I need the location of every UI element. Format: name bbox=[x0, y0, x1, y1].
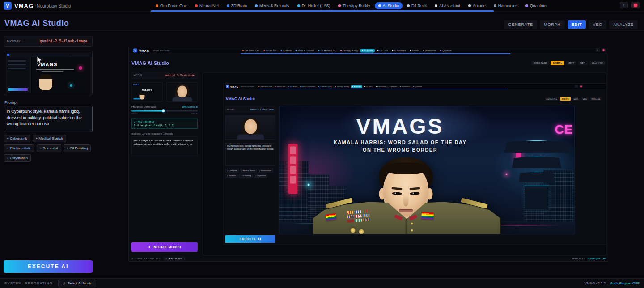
style-chip[interactable]: + Claymation bbox=[4, 154, 31, 162]
record-icon bbox=[634, 4, 637, 7]
l1-slider-fill bbox=[131, 110, 163, 112]
mode-tab[interactable]: VEO bbox=[589, 20, 606, 29]
l2-nav-item-label: Arcade bbox=[391, 85, 397, 88]
l2-nav-item-icon bbox=[390, 86, 390, 87]
l1-slider-ends: SRC A SRC B bbox=[131, 113, 198, 115]
l1-nav-item-label: Arcade bbox=[412, 49, 419, 52]
style-chip[interactable]: + Photorealistic bbox=[4, 144, 34, 152]
l1-nav-right-controls: ↑ bbox=[596, 48, 606, 52]
nav-item[interactable]: Meds & Refunds bbox=[251, 2, 293, 9]
source-image-panel[interactable]: VMAGS bbox=[4, 51, 93, 95]
style-chip-label: + Oil Painting bbox=[67, 146, 88, 150]
figure-hairline bbox=[384, 163, 428, 174]
uniform-seam bbox=[406, 219, 407, 235]
mode-tab[interactable]: ANALYZE bbox=[609, 20, 638, 29]
scroll-up-button[interactable]: ↑ bbox=[620, 2, 628, 8]
thumb-line bbox=[8, 64, 26, 65]
l2-style-chip: + Oil Painting bbox=[239, 174, 253, 178]
thumb-line bbox=[8, 68, 26, 69]
style-chip-label: + Claymation bbox=[7, 156, 28, 160]
l1-nav-item: Orb Force One bbox=[241, 49, 261, 53]
l2-style-chip-label: + Photorealistic bbox=[259, 169, 271, 172]
l1-mode-tab-label: VEO bbox=[580, 62, 586, 64]
nav-item[interactable]: AI Assistant bbox=[431, 2, 464, 9]
l1-nav-item-icon bbox=[296, 50, 297, 51]
l2-style-chip-label: + Surrealist bbox=[227, 174, 236, 177]
l2-nav-item-icon bbox=[335, 86, 336, 87]
select-music-button[interactable]: ♫ Select AI Music bbox=[58, 280, 97, 287]
l1-mode-tab: VEO bbox=[578, 61, 588, 65]
nav-item-icon bbox=[156, 4, 158, 7]
style-chip[interactable]: + Cyberpunk bbox=[4, 135, 30, 142]
mode-tab[interactable]: MORPH bbox=[540, 20, 565, 29]
top-nav: V VMAG NeuroLaw Studio Orb Force One Neu… bbox=[0, 0, 644, 12]
record-indicator-button[interactable] bbox=[631, 2, 640, 8]
style-chip[interactable]: + Surrealist bbox=[37, 144, 61, 152]
l1-select-music-button: ♪ Select AI Music bbox=[164, 257, 185, 261]
nav-item-icon bbox=[435, 4, 437, 7]
l1-mode-tabs: GENERATE MORPH EDIT VEO ANALYZE bbox=[531, 61, 605, 65]
thumb-subtitle-line bbox=[36, 69, 74, 70]
nav-item[interactable]: Neural Net bbox=[191, 2, 222, 9]
prompt-input[interactable]: in Cyberpunk style. kamala harris lgbq, … bbox=[4, 106, 93, 132]
nav-item[interactable]: Dr. Huffer (LAS) bbox=[294, 2, 334, 9]
l1-nav-item-icon bbox=[318, 50, 320, 51]
nav-item[interactable]: Arcade bbox=[465, 2, 489, 9]
l1-brand-name: VMAG bbox=[139, 49, 149, 52]
l2-nav-item-label: Quantum bbox=[415, 85, 422, 88]
l2-style-chip-label: + Oil Painting bbox=[240, 174, 251, 177]
l1-nav-item-icon bbox=[280, 50, 282, 51]
system-status: SYSTEM: RESONATING bbox=[4, 281, 53, 285]
l1-thumb-badge: VMAG bbox=[133, 84, 140, 86]
app-logo-icon[interactable]: V bbox=[4, 2, 12, 10]
prompt-label: Prompt bbox=[4, 100, 17, 105]
nav-item-icon bbox=[525, 4, 528, 7]
l1-phenotype-slider bbox=[131, 110, 198, 112]
l1-nav-item-icon bbox=[410, 50, 411, 51]
nav-item[interactable]: 3D Brain bbox=[223, 2, 250, 9]
mode-tab[interactable]: EDIT bbox=[568, 20, 586, 29]
mode-tab-label: GENERATE bbox=[508, 22, 533, 27]
l2-source-thumbnail bbox=[225, 115, 275, 140]
status-right: VMAG v2.1.2 AudioEngine: OFF bbox=[585, 281, 640, 285]
figure-nose bbox=[403, 195, 409, 207]
model-selector[interactable]: MODEL: gemini-2.5-flash-image bbox=[4, 36, 93, 47]
l1-nav-item-label: Neural Net bbox=[266, 49, 276, 52]
nav-item[interactable]: Quantum bbox=[522, 2, 550, 9]
thumb-execute-strip bbox=[8, 88, 28, 91]
style-chip[interactable]: + Oil Painting bbox=[64, 144, 91, 152]
l2-nav-item: Neural Net bbox=[274, 85, 287, 88]
brand-name: VMAG bbox=[14, 3, 34, 9]
l2-nav-item-label: AI Studio bbox=[354, 85, 361, 88]
l1-nav-item-icon bbox=[362, 50, 363, 51]
l1-scroll-up-button: ↑ bbox=[596, 48, 600, 52]
nav-item[interactable]: Therapy Buddy bbox=[335, 2, 373, 9]
style-chip[interactable]: + Medical Sketch bbox=[33, 135, 66, 142]
l2-nav-item-icon bbox=[288, 86, 289, 87]
l2-mode-tab-label: MORPH bbox=[562, 98, 569, 100]
nav-item[interactable]: AI Studio bbox=[375, 2, 403, 9]
l2-mode-tab: GENERATE bbox=[545, 97, 559, 101]
version-label: VMAG v2.1.2 bbox=[585, 281, 606, 285]
execute-ai-button[interactable]: EXECUTE AI bbox=[4, 260, 93, 273]
l2-mode-tab: MORPH bbox=[560, 97, 571, 101]
l2-nav-item-icon bbox=[352, 86, 353, 87]
l1-thumb-title: VMAGS bbox=[142, 89, 153, 92]
l1-nav-item-icon bbox=[392, 50, 393, 51]
nav-scrollbar-thumb[interactable] bbox=[151, 10, 494, 12]
artwork-subtitle-line1: KAMALA HARRIS: WORD SALAD OF THE DAY bbox=[279, 140, 548, 145]
l2-style-chip-label: + Claymation bbox=[255, 174, 266, 177]
nav-item[interactable]: DJ Deck bbox=[403, 2, 430, 9]
l1-mode-tab-label: MORPH bbox=[553, 62, 562, 64]
l1-nav-item: Meds & Refunds bbox=[294, 49, 316, 53]
l1-slider-label: Phenotype Dominance bbox=[131, 106, 157, 108]
l2-style-chip-label: + Cyberpunk bbox=[227, 169, 237, 172]
l2-nav-item: Dr. Huffer (LAS) bbox=[317, 85, 334, 88]
nav-item-label: Orb Force One bbox=[160, 4, 187, 8]
l2-nav-item-label: DJ Deck bbox=[366, 85, 373, 88]
nav-item[interactable]: Harmonics bbox=[490, 2, 521, 9]
nav-item[interactable]: Orb Force One bbox=[152, 2, 191, 9]
l1-model-value: gemini-2.5-flash-image bbox=[163, 73, 195, 77]
mode-tab[interactable]: GENERATE bbox=[504, 20, 537, 29]
header-divider bbox=[0, 30, 644, 31]
